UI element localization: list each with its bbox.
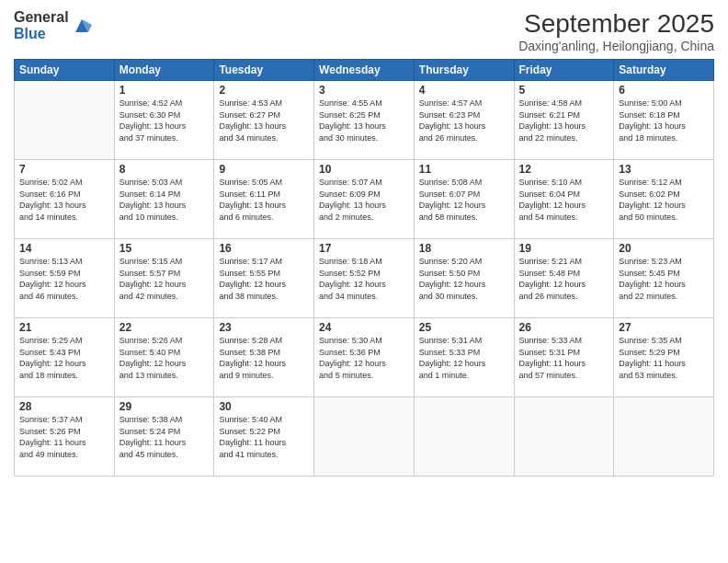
table-row: 6Sunrise: 5:00 AM Sunset: 6:18 PM Daylig… <box>614 81 714 160</box>
table-row: 15Sunrise: 5:15 AM Sunset: 5:57 PM Dayli… <box>114 239 214 318</box>
day-number: 14 <box>19 242 109 255</box>
day-info: Sunrise: 4:55 AM Sunset: 6:25 PM Dayligh… <box>319 98 409 144</box>
table-row: 20Sunrise: 5:23 AM Sunset: 5:45 PM Dayli… <box>614 239 714 318</box>
day-info: Sunrise: 5:18 AM Sunset: 5:52 PM Dayligh… <box>319 256 409 302</box>
table-row: 28Sunrise: 5:37 AM Sunset: 5:26 PM Dayli… <box>15 397 115 477</box>
day-number: 30 <box>219 400 309 413</box>
day-info: Sunrise: 5:33 AM Sunset: 5:31 PM Dayligh… <box>519 335 609 381</box>
table-row: 27Sunrise: 5:35 AM Sunset: 5:29 PM Dayli… <box>614 318 714 397</box>
header-wednesday: Wednesday <box>314 60 415 81</box>
table-row: 3Sunrise: 4:55 AM Sunset: 6:25 PM Daylig… <box>314 81 415 160</box>
day-info: Sunrise: 5:13 AM Sunset: 5:59 PM Dayligh… <box>19 256 109 302</box>
day-info: Sunrise: 4:52 AM Sunset: 6:30 PM Dayligh… <box>119 98 210 144</box>
logo-text: General Blue <box>14 9 69 41</box>
day-info: Sunrise: 5:31 AM Sunset: 5:33 PM Dayligh… <box>419 335 509 381</box>
table-row <box>514 397 614 477</box>
day-info: Sunrise: 4:53 AM Sunset: 6:27 PM Dayligh… <box>219 98 309 144</box>
logo-general: General <box>14 9 69 26</box>
header: General Blue September 2025 Daxing'anlin… <box>14 9 714 53</box>
day-info: Sunrise: 5:03 AM Sunset: 6:14 PM Dayligh… <box>119 177 210 223</box>
day-info: Sunrise: 5:05 AM Sunset: 6:11 PM Dayligh… <box>219 177 309 223</box>
table-row: 11Sunrise: 5:08 AM Sunset: 6:07 PM Dayli… <box>414 160 514 239</box>
day-number: 12 <box>519 163 609 176</box>
calendar-week-3: 14Sunrise: 5:13 AM Sunset: 5:59 PM Dayli… <box>15 239 714 318</box>
day-info: Sunrise: 5:02 AM Sunset: 6:16 PM Dayligh… <box>19 177 109 223</box>
calendar-week-1: 1Sunrise: 4:52 AM Sunset: 6:30 PM Daylig… <box>15 81 714 160</box>
day-info: Sunrise: 5:28 AM Sunset: 5:38 PM Dayligh… <box>219 335 309 381</box>
day-number: 27 <box>619 321 709 334</box>
table-row: 12Sunrise: 5:10 AM Sunset: 6:04 PM Dayli… <box>514 160 614 239</box>
page: General Blue September 2025 Daxing'anlin… <box>0 0 728 563</box>
day-number: 29 <box>119 400 210 413</box>
day-number: 5 <box>519 84 609 97</box>
table-row: 19Sunrise: 5:21 AM Sunset: 5:48 PM Dayli… <box>514 239 614 318</box>
header-friday: Friday <box>514 60 614 81</box>
table-row: 13Sunrise: 5:12 AM Sunset: 6:02 PM Dayli… <box>614 160 714 239</box>
table-row <box>314 397 415 477</box>
table-row: 30Sunrise: 5:40 AM Sunset: 5:22 PM Dayli… <box>214 397 314 477</box>
table-row <box>614 397 714 477</box>
calendar-week-4: 21Sunrise: 5:25 AM Sunset: 5:43 PM Dayli… <box>15 318 714 397</box>
table-row: 24Sunrise: 5:30 AM Sunset: 5:36 PM Dayli… <box>314 318 415 397</box>
table-row: 16Sunrise: 5:17 AM Sunset: 5:55 PM Dayli… <box>214 239 314 318</box>
table-row: 1Sunrise: 4:52 AM Sunset: 6:30 PM Daylig… <box>114 81 214 160</box>
day-info: Sunrise: 5:20 AM Sunset: 5:50 PM Dayligh… <box>419 256 509 302</box>
table-row: 18Sunrise: 5:20 AM Sunset: 5:50 PM Dayli… <box>414 239 514 318</box>
day-number: 9 <box>219 163 309 176</box>
table-row: 7Sunrise: 5:02 AM Sunset: 6:16 PM Daylig… <box>15 160 115 239</box>
header-tuesday: Tuesday <box>214 60 314 81</box>
day-number: 3 <box>319 84 409 97</box>
day-info: Sunrise: 5:38 AM Sunset: 5:24 PM Dayligh… <box>119 414 210 460</box>
table-row: 17Sunrise: 5:18 AM Sunset: 5:52 PM Dayli… <box>314 239 415 318</box>
day-info: Sunrise: 5:12 AM Sunset: 6:02 PM Dayligh… <box>619 177 709 223</box>
day-info: Sunrise: 5:35 AM Sunset: 5:29 PM Dayligh… <box>619 335 709 381</box>
calendar-week-2: 7Sunrise: 5:02 AM Sunset: 6:16 PM Daylig… <box>15 160 714 239</box>
day-info: Sunrise: 5:37 AM Sunset: 5:26 PM Dayligh… <box>19 414 109 460</box>
table-row: 8Sunrise: 5:03 AM Sunset: 6:14 PM Daylig… <box>114 160 214 239</box>
table-row: 21Sunrise: 5:25 AM Sunset: 5:43 PM Dayli… <box>15 318 115 397</box>
table-row: 14Sunrise: 5:13 AM Sunset: 5:59 PM Dayli… <box>15 239 115 318</box>
table-row: 2Sunrise: 4:53 AM Sunset: 6:27 PM Daylig… <box>214 81 314 160</box>
calendar-header-row: Sunday Monday Tuesday Wednesday Thursday… <box>15 60 714 81</box>
day-number: 19 <box>519 242 609 255</box>
day-number: 23 <box>219 321 309 334</box>
table-row: 5Sunrise: 4:58 AM Sunset: 6:21 PM Daylig… <box>514 81 614 160</box>
day-info: Sunrise: 5:10 AM Sunset: 6:04 PM Dayligh… <box>519 177 609 223</box>
table-row: 25Sunrise: 5:31 AM Sunset: 5:33 PM Dayli… <box>414 318 514 397</box>
table-row <box>15 81 115 160</box>
day-info: Sunrise: 5:07 AM Sunset: 6:09 PM Dayligh… <box>319 177 409 223</box>
day-number: 11 <box>419 163 509 176</box>
day-number: 16 <box>219 242 309 255</box>
month-title: September 2025 <box>518 9 714 39</box>
day-info: Sunrise: 5:30 AM Sunset: 5:36 PM Dayligh… <box>319 335 409 381</box>
day-info: Sunrise: 5:23 AM Sunset: 5:45 PM Dayligh… <box>619 256 709 302</box>
day-number: 25 <box>419 321 509 334</box>
logo-blue: Blue <box>14 26 69 42</box>
day-info: Sunrise: 5:25 AM Sunset: 5:43 PM Dayligh… <box>19 335 109 381</box>
day-number: 6 <box>619 84 709 97</box>
day-info: Sunrise: 5:00 AM Sunset: 6:18 PM Dayligh… <box>619 98 709 144</box>
table-row: 29Sunrise: 5:38 AM Sunset: 5:24 PM Dayli… <box>114 397 214 477</box>
header-saturday: Saturday <box>614 60 714 81</box>
day-number: 15 <box>119 242 210 255</box>
location: Daxing'anling, Heilongjiang, China <box>518 39 714 53</box>
day-info: Sunrise: 5:21 AM Sunset: 5:48 PM Dayligh… <box>519 256 609 302</box>
day-info: Sunrise: 5:26 AM Sunset: 5:40 PM Dayligh… <box>119 335 210 381</box>
table-row <box>414 397 514 477</box>
day-number: 8 <box>119 163 210 176</box>
day-number: 10 <box>319 163 409 176</box>
header-sunday: Sunday <box>15 60 115 81</box>
table-row: 23Sunrise: 5:28 AM Sunset: 5:38 PM Dayli… <box>214 318 314 397</box>
day-number: 13 <box>619 163 709 176</box>
logo-icon <box>72 16 92 36</box>
day-number: 18 <box>419 242 509 255</box>
calendar-week-5: 28Sunrise: 5:37 AM Sunset: 5:26 PM Dayli… <box>15 397 714 477</box>
table-row: 10Sunrise: 5:07 AM Sunset: 6:09 PM Dayli… <box>314 160 415 239</box>
table-row: 4Sunrise: 4:57 AM Sunset: 6:23 PM Daylig… <box>414 81 514 160</box>
day-number: 20 <box>619 242 709 255</box>
day-number: 24 <box>319 321 409 334</box>
table-row: 22Sunrise: 5:26 AM Sunset: 5:40 PM Dayli… <box>114 318 214 397</box>
calendar-table: Sunday Monday Tuesday Wednesday Thursday… <box>14 59 714 477</box>
day-number: 17 <box>319 242 409 255</box>
day-number: 26 <box>519 321 609 334</box>
